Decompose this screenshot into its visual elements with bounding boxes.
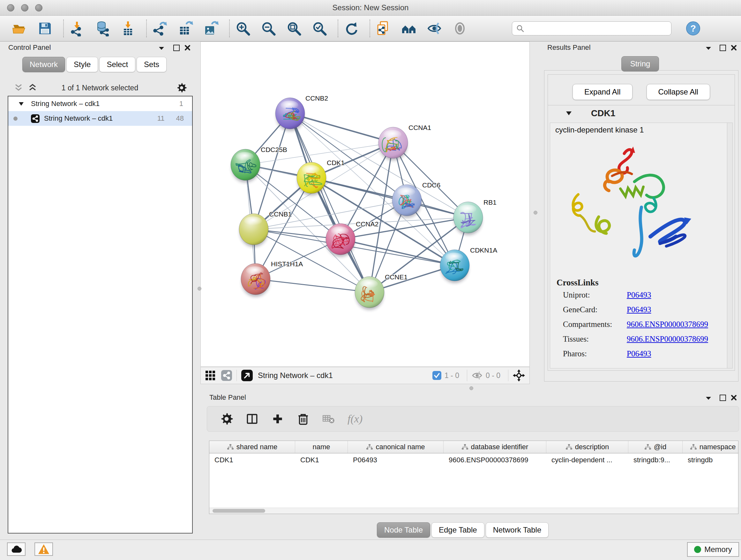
selected-nodes-checkbox-icon[interactable] — [432, 371, 441, 380]
network-list-gear-icon[interactable] — [176, 82, 187, 93]
table-cell[interactable]: CDK1 — [295, 456, 348, 464]
add-column-icon[interactable] — [271, 412, 284, 426]
column-header-namespace[interactable]: namespace — [683, 441, 738, 453]
panel-menu-icon[interactable] — [158, 46, 165, 51]
table-cell[interactable]: CDK1 — [209, 456, 295, 464]
panel-close-icon[interactable] — [731, 395, 737, 401]
show-all-icon[interactable] — [452, 20, 468, 37]
network-row[interactable]: String Network – cdk1 11 48 — [8, 111, 192, 126]
export-network-icon[interactable] — [152, 20, 168, 37]
close-window-icon[interactable] — [7, 4, 14, 11]
hidden-items-eye-icon[interactable] — [472, 371, 482, 380]
birdseye-view-icon[interactable] — [241, 370, 253, 381]
left-splitter-handle[interactable] — [198, 287, 201, 291]
network-canvas[interactable]: CCNB2CCNA1CDC25BCDK1CDC6RB1CCNB1CCNA2CDK… — [200, 42, 530, 367]
tab-edge-table[interactable]: Edge Table — [431, 522, 484, 538]
warnings-button[interactable] — [35, 543, 53, 556]
import-table-icon[interactable] — [120, 20, 136, 37]
column-header-canonical-name[interactable]: canonical name — [348, 441, 444, 453]
node-table[interactable]: shared namenamecanonical namedatabase id… — [209, 441, 738, 514]
hide-selected-icon[interactable] — [426, 20, 442, 37]
network-node-CCNB2[interactable]: CCNB2 — [275, 95, 328, 131]
zoom-fit-icon[interactable] — [286, 20, 302, 37]
network-node-HIST1H1A[interactable]: HIST1H1A — [241, 260, 303, 297]
gene-section-header[interactable]: CDK1 — [548, 105, 735, 121]
open-session-icon[interactable] — [11, 20, 27, 37]
zoom-selected-icon[interactable] — [312, 20, 327, 37]
panel-menu-icon[interactable] — [705, 46, 712, 51]
panel-float-icon[interactable] — [173, 45, 180, 51]
expand-all-button[interactable]: Expand All — [572, 84, 632, 100]
tab-node-table[interactable]: Node Table — [377, 522, 430, 538]
tab-network[interactable]: Network — [22, 57, 65, 72]
column-header-database-identifier[interactable]: database identifier — [444, 441, 546, 453]
panel-close-icon[interactable] — [731, 45, 737, 51]
tab-sets[interactable]: Sets — [137, 57, 166, 72]
column-header-name[interactable]: name — [295, 441, 348, 453]
cloud-button[interactable] — [7, 543, 25, 556]
column-header-description[interactable]: description — [546, 441, 628, 453]
fit-content-crosshair-icon[interactable] — [513, 369, 525, 381]
results-tab-string[interactable]: String — [621, 56, 659, 71]
network-view-share-icon[interactable] — [221, 370, 232, 381]
table-gear-icon[interactable] — [220, 412, 233, 426]
table-cell[interactable]: stringdb:9... — [628, 456, 683, 464]
table-horizontal-scrollbar[interactable] — [209, 508, 738, 514]
right-splitter-handle[interactable] — [534, 211, 537, 214]
network-node-CCNA2[interactable]: CCNA2 — [326, 220, 379, 257]
new-network-from-selection-icon[interactable] — [375, 20, 391, 37]
zoom-in-icon[interactable] — [235, 20, 251, 37]
table-cell[interactable]: 9606.ENSP00000378699 — [444, 456, 546, 464]
import-network-file-icon[interactable] — [69, 20, 85, 37]
help-icon[interactable]: ? — [685, 21, 701, 36]
network-edge-HIST1H1A-CCNE1[interactable] — [256, 279, 369, 292]
delete-table-icon[interactable] — [322, 412, 335, 426]
memory-button[interactable]: Memory — [687, 542, 739, 557]
zoom-out-icon[interactable] — [260, 20, 276, 37]
panel-float-icon[interactable] — [720, 395, 726, 401]
disclosure-triangle-icon[interactable] — [18, 102, 24, 106]
panel-close-icon[interactable] — [185, 45, 191, 51]
network-node-CCNA1[interactable]: CCNA1 — [379, 124, 431, 161]
import-network-database-icon[interactable] — [94, 20, 111, 37]
export-image-icon[interactable] — [203, 20, 219, 37]
export-table-icon[interactable] — [178, 20, 193, 37]
network-collection-row[interactable]: String Network – cdk1 1 — [8, 97, 192, 111]
network-edge-CCNB2-CCNA1[interactable] — [290, 113, 393, 143]
save-session-icon[interactable] — [37, 20, 53, 37]
table-cell[interactable]: cyclin-dependent ... — [546, 456, 628, 464]
collapse-all-button[interactable]: Collapse All — [647, 84, 710, 100]
search-input[interactable] — [524, 24, 666, 33]
crosslink-link[interactable]: 9606.ENSP00000378699 — [627, 334, 708, 344]
section-disclosure-icon[interactable] — [566, 111, 572, 116]
table-cell[interactable]: stringdb — [683, 456, 738, 464]
network-node-CCNE1[interactable]: CCNE1 — [355, 273, 408, 310]
crosslink-link[interactable]: P06493 — [627, 305, 651, 314]
network-node-RB1[interactable]: RB1 — [454, 199, 496, 235]
crosslink-link[interactable]: 9606.ENSP00000378699 — [627, 320, 708, 329]
table-cell[interactable]: P06493 — [348, 456, 444, 464]
zoom-window-icon[interactable] — [35, 4, 43, 11]
crosslink-link[interactable]: P06493 — [627, 291, 651, 300]
show-columns-icon[interactable] — [246, 412, 259, 426]
minimize-window-icon[interactable] — [21, 4, 28, 11]
tab-style[interactable]: Style — [66, 57, 98, 72]
grid-view-icon[interactable] — [205, 370, 215, 381]
network-edge-CDK1-RB1[interactable] — [312, 178, 468, 217]
network-node-CDKN1A[interactable]: CDKN1A — [440, 246, 497, 283]
crosslink-link[interactable]: P06493 — [627, 349, 651, 358]
first-neighbors-icon[interactable] — [401, 20, 417, 37]
column-header--id[interactable]: @id — [628, 441, 683, 453]
function-builder-icon[interactable]: f(x) — [347, 413, 362, 425]
refresh-layout-icon[interactable] — [343, 20, 359, 37]
network-edge-CCNA2-CDKN1A[interactable] — [340, 239, 455, 265]
panel-float-icon[interactable] — [720, 45, 726, 51]
results-scrollbar[interactable] — [727, 123, 732, 368]
panel-menu-icon[interactable] — [705, 396, 712, 400]
scrollbar-thumb[interactable] — [212, 509, 265, 513]
delete-column-icon[interactable] — [296, 412, 310, 426]
table-row[interactable]: CDK1CDK1P064939606.ENSP00000378699cyclin… — [209, 453, 738, 467]
tab-network-table[interactable]: Network Table — [486, 522, 549, 538]
search-field[interactable] — [512, 21, 671, 36]
network-graph[interactable]: CCNB2CCNA1CDC25BCDK1CDC6RB1CCNB1CCNA2CDK… — [201, 42, 529, 367]
